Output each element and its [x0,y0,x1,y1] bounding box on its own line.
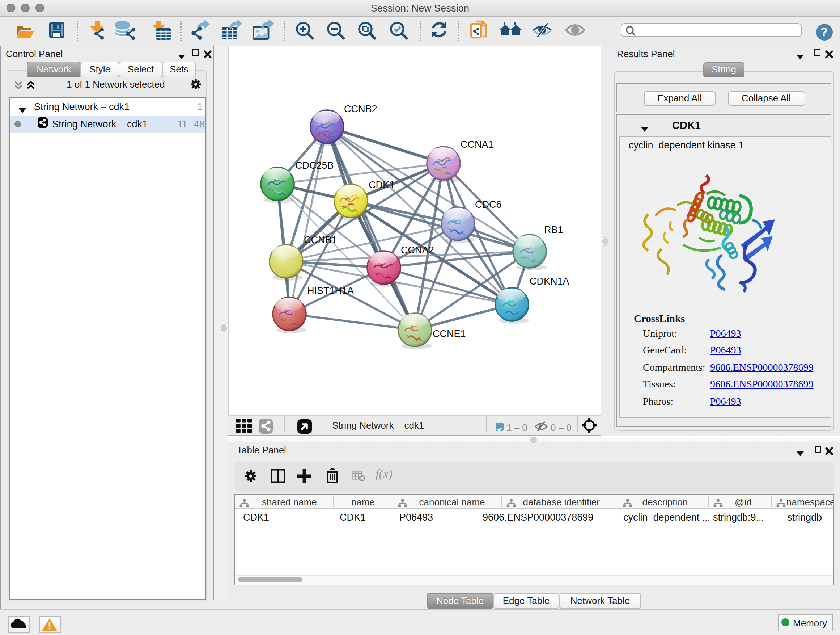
svg-text:RB1: RB1 [544,224,563,235]
svg-text:CDC25B: CDC25B [295,160,333,171]
svg-text:CCNA2: CCNA2 [401,244,434,255]
svg-text:CCNB2: CCNB2 [344,103,377,114]
svg-text:CCNE1: CCNE1 [432,328,466,339]
svg-text:CCNA1: CCNA1 [460,139,493,149]
svg-text:CCNB1: CCNB1 [303,234,337,245]
svg-text:CDK1: CDK1 [368,179,394,190]
svg-text:HIST1H1A: HIST1H1A [307,285,354,296]
svg-text:CDKN1A: CDKN1A [529,276,569,287]
svg-text:CDC6: CDC6 [475,199,501,210]
